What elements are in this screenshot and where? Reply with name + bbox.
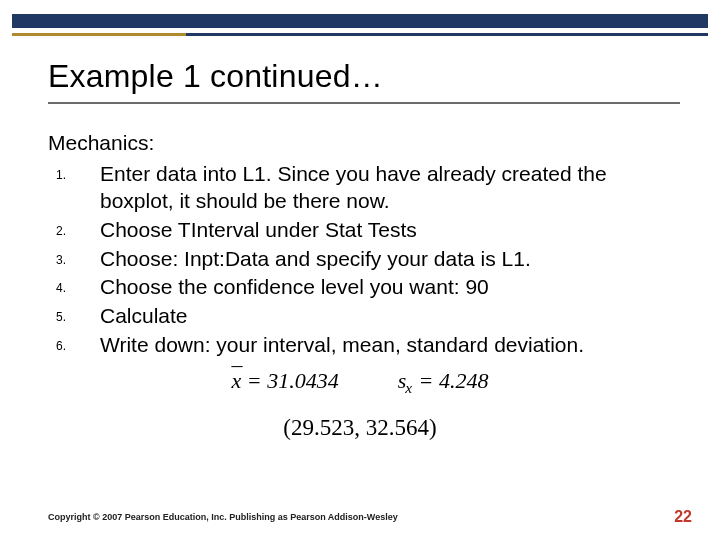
sx-value: 4.248 [439,368,489,393]
header-bar-gold [12,33,186,36]
list-item: 1. Enter data into L1. Since you have al… [48,161,680,215]
list-item: 5. Calculate [48,303,680,330]
step-number: 4. [48,274,100,296]
step-number: 2. [48,217,100,239]
xbar-symbol: x [232,368,242,394]
slide-body: Mechanics: 1. Enter data into L1. Since … [48,130,680,361]
header-bar-navy-thin [186,33,708,36]
header-bar-navy [12,14,708,28]
slide: Example 1 continued… Mechanics: 1. Enter… [0,0,720,540]
step-number: 3. [48,246,100,268]
list-item: 4. Choose the confidence level you want:… [48,274,680,301]
step-text: Choose: Inpt:Data and specify your data … [100,246,680,273]
step-text: Choose TInterval under Stat Tests [100,217,680,244]
body-heading: Mechanics: [48,130,680,157]
step-number: 1. [48,161,100,183]
slide-title: Example 1 continued… [48,58,383,95]
step-text: Write down: your interval, mean, standar… [100,332,680,359]
sx-symbol: sx [398,368,413,393]
list-item: 2. Choose TInterval under Stat Tests [48,217,680,244]
math-row-stats: x = 31.0434 sx = 4.248 [0,368,720,397]
equals-sign: = [247,368,267,393]
step-number: 5. [48,303,100,325]
math-row-interval: (29.523, 32.564) [0,415,720,441]
math-block: x = 31.0434 sx = 4.248 (29.523, 32.564) [0,368,720,441]
header-bar-accent [12,33,708,36]
equals-sign: = [419,368,439,393]
step-text: Choose the confidence level you want: 90 [100,274,680,301]
list-item: 6. Write down: your interval, mean, stan… [48,332,680,359]
page-number: 22 [674,508,692,526]
step-text: Calculate [100,303,680,330]
header-rule [0,14,720,36]
steps-list: 1. Enter data into L1. Since you have al… [48,161,680,359]
list-item: 3. Choose: Inpt:Data and specify your da… [48,246,680,273]
xbar-value: 31.0434 [267,368,339,393]
step-text: Enter data into L1. Since you have alrea… [100,161,680,215]
copyright-footer: Copyright © 2007 Pearson Education, Inc.… [48,512,398,522]
title-underline [48,102,680,104]
step-number: 6. [48,332,100,354]
